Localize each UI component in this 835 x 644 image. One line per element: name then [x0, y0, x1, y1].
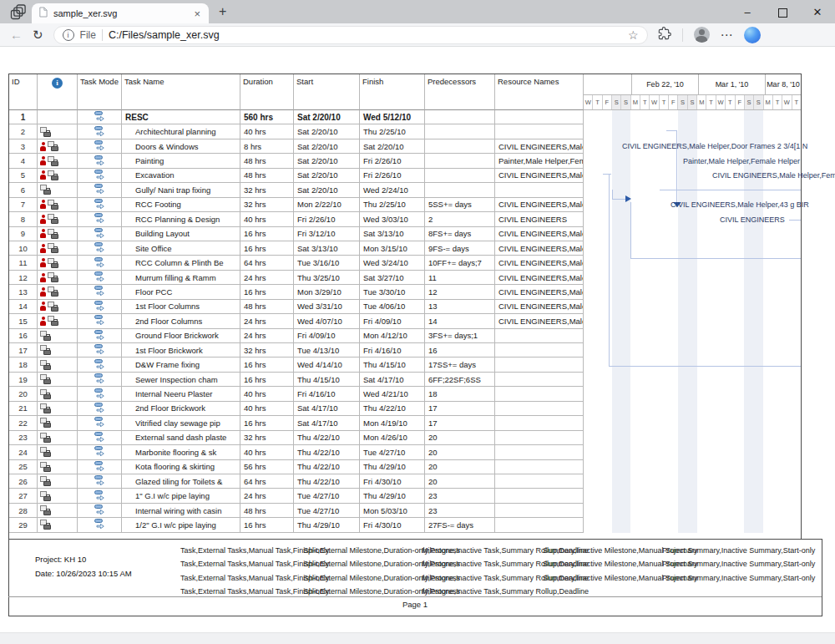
back-icon[interactable]: ← [10, 28, 23, 41]
task-start: Fri 3/12/10 [294, 227, 360, 241]
assignment-icon [48, 243, 58, 253]
indicators-cell [38, 110, 78, 124]
task-mode-cell [78, 460, 122, 474]
gantt-resource-label: Painter,Male Helper,Female Helper [683, 157, 800, 166]
assignment-icon [40, 127, 51, 137]
task-finish: Wed 4/21/10 [360, 387, 425, 401]
task-id: 11 [9, 256, 38, 270]
gantt-document: ID Task Mode Task Name Duration Start Fi… [9, 74, 801, 533]
address-bar[interactable]: i File C:/Files/sample_xer.svg ☆ [53, 26, 648, 44]
day-cell: T [792, 95, 801, 109]
indicators-cell [38, 256, 78, 270]
task-start: Tue 4/27/10 [294, 504, 360, 518]
week-label: Mar 1, '10 [698, 74, 765, 94]
task-duration: 16 hrs [240, 241, 294, 256]
task-id: 17 [9, 343, 38, 357]
task-name: External sand dash plaste [122, 431, 240, 445]
indicators-cell [38, 314, 78, 328]
task-finish: Tue 4/27/10 [360, 445, 425, 459]
task-start: Tue 4/13/10 [294, 343, 360, 357]
task-predecessors: 20 [425, 431, 495, 445]
tab-close-icon[interactable]: × [192, 8, 202, 19]
gantt-resource-label: CIVIL ENGINEERS,Male Helper,Fema [712, 171, 835, 180]
task-predecessors: 6FF;22SF;6SS [425, 373, 495, 387]
task-duration: 8 hrs [240, 139, 294, 154]
maximize-icon[interactable] [765, 6, 800, 18]
task-start: Thu 3/25/10 [294, 271, 360, 285]
day-cell: T [725, 95, 734, 109]
copilot-icon[interactable] [744, 27, 761, 43]
day-cell: W [716, 95, 725, 109]
profile-avatar[interactable] [694, 27, 710, 43]
day-cell: W [782, 95, 791, 109]
task-id: 10 [9, 241, 38, 256]
indicators-cell [38, 416, 78, 430]
week-label: Mar 8, '10 [765, 74, 801, 94]
day-cell: S [687, 95, 696, 109]
indicators-cell [38, 241, 78, 256]
task-mode-cell [78, 445, 122, 459]
day-cell: T [772, 95, 782, 109]
day-cell: S [677, 95, 686, 109]
indicators-cell [38, 373, 78, 387]
browser-titlebar: sample_xer.svg × + – ✕ [0, 0, 835, 23]
task-name: RESC [122, 110, 240, 124]
task-finish: Thu 4/29/10 [360, 460, 425, 474]
task-finish: Thu 2/25/10 [360, 124, 425, 139]
task-finish: Fri 2/26/10 [360, 169, 425, 183]
page-info-icon[interactable]: i [63, 29, 74, 41]
task-resources [495, 518, 584, 532]
tab-groups-icon[interactable] [10, 4, 28, 21]
task-predecessors: 17 [425, 416, 495, 430]
task-finish: Mon 4/19/10 [360, 416, 425, 430]
link-line [612, 199, 625, 200]
header-duration: Duration [240, 74, 294, 110]
browser-tab[interactable]: sample_xer.svg × [32, 3, 209, 23]
task-resources: CIVIL ENGINEERS,Male Helper [495, 285, 584, 299]
bookmark-star-icon[interactable]: ☆ [628, 28, 639, 42]
new-tab-icon[interactable]: + [219, 5, 226, 18]
legend-item: Project Summary,Inactive Summary,Start-o… [662, 557, 815, 570]
task-id: 26 [9, 474, 38, 489]
task-name: RCC Footing [122, 198, 240, 212]
task-start: Sat 2/20/10 [294, 154, 360, 168]
tab-title: sample_xer.svg [53, 8, 186, 18]
task-mode-cell [78, 314, 122, 328]
close-window-icon[interactable]: ✕ [800, 6, 835, 18]
task-finish: Sat 2/20/10 [360, 139, 425, 154]
assignment-icon [40, 389, 51, 399]
day-cell: S [753, 95, 762, 109]
header-resource-names: Resource Names [495, 74, 584, 110]
task-id: 18 [9, 357, 38, 372]
task-name: 2nd Floor Columns [122, 314, 240, 328]
task-mode-cell [78, 373, 122, 387]
legend-item: Project Summary,Inactive Summary,Start-o… [662, 544, 815, 557]
task-name: 1st Floor Columns [122, 300, 240, 314]
toolbar-divider [682, 28, 683, 42]
task-predecessors: 27FS-= days [425, 518, 495, 532]
footer-divider [8, 596, 822, 597]
task-resources [495, 343, 584, 357]
menu-dots-icon[interactable]: ⋯ [721, 28, 733, 43]
task-resources: CIVIL ENGINEERS,Male Helper [495, 300, 584, 314]
indicators-cell [38, 329, 78, 343]
link-line [630, 258, 801, 259]
task-predecessors: 23 [425, 489, 495, 503]
extensions-puzzle-icon[interactable] [658, 27, 671, 43]
auto-scheduled-icon [94, 184, 105, 195]
task-id: 23 [9, 431, 38, 445]
refresh-icon[interactable]: ↻ [33, 28, 43, 41]
task-start: Sat 4/17/10 [294, 416, 360, 430]
auto-scheduled-icon [94, 257, 105, 269]
header-predecessors: Predecessors [425, 74, 495, 110]
task-id: 12 [9, 271, 38, 285]
task-resources: Painter,Male Helper,Female Helper [495, 154, 584, 168]
task-start: Thu 4/22/10 [294, 474, 360, 489]
url-text[interactable]: C:/Files/sample_xer.svg [109, 29, 622, 41]
task-start: Thu 4/22/10 [294, 460, 360, 474]
assignment-icon [40, 520, 51, 530]
task-name: Gully/ Nani trap fixing [122, 183, 240, 197]
assignment-icon [48, 258, 58, 268]
minimize-icon[interactable]: – [730, 6, 765, 18]
indicators-cell [38, 198, 78, 212]
